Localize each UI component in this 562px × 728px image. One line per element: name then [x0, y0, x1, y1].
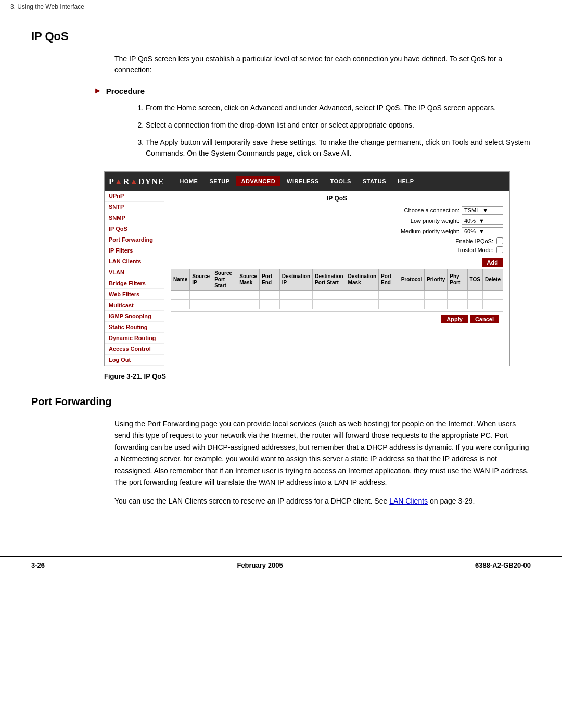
nav-tools[interactable]: TOOLS	[325, 176, 356, 186]
th-name: Name	[171, 269, 190, 291]
th-protocol: Protocol	[399, 269, 425, 291]
step-1: From the Home screen, click on Advanced …	[146, 103, 531, 114]
router-body: UPnP SNTP SNMP IP QoS Port Forwarding IP…	[105, 191, 509, 366]
section2-heading: Port Forwarding	[31, 396, 531, 408]
th-delete: Delete	[482, 269, 503, 291]
trusted-mode-checkbox[interactable]	[496, 246, 503, 253]
table-row	[171, 291, 503, 300]
enable-ipqos-row: Enable IPQoS:	[171, 237, 503, 244]
port-forwarding-text1: Using the Port Forwarding page you can p…	[114, 418, 531, 488]
th-priority: Priority	[425, 269, 448, 291]
sidebar-multicast[interactable]: Multicast	[105, 300, 164, 311]
step-3: The Apply button will temporarily save t…	[146, 137, 531, 159]
port-forwarding-text2: You can use the LAN Clients screen to re…	[114, 495, 531, 507]
data-table-wrap: Add Name SourceIP SourcePort Start Sourc…	[171, 258, 503, 309]
breadcrumb: 3. Using the Web Interface	[0, 0, 562, 14]
th-source-port-start: SourcePort Start	[212, 269, 237, 291]
nav-items: HOME SETUP ADVANCED WIRELESS TOOLS STATU…	[174, 176, 419, 186]
sidebar-ipqos[interactable]: IP QoS	[105, 223, 164, 234]
sidebar-upnp[interactable]: UPnP	[105, 191, 164, 202]
connection-select[interactable]: TSML ▼	[462, 206, 503, 215]
th-dest-ip: DestinationIP	[279, 269, 312, 291]
figure-caption: Figure 3-21. IP QoS	[104, 372, 531, 380]
bottom-buttons: Apply Cancel	[171, 311, 503, 327]
nav-wireless[interactable]: WIRELESS	[282, 176, 324, 186]
sidebar-lan-clients[interactable]: LAN Clients	[105, 256, 164, 267]
sidebar-dynamic-routing[interactable]: Dynamic Routing	[105, 333, 164, 344]
router-screenshot: P▲R▲DYNE HOME SETUP ADVANCED WIRELESS TO…	[104, 171, 510, 366]
th-dest-port-start: DestinationPort Start	[313, 269, 346, 291]
paradyne-logo: P▲R▲DYNE	[109, 176, 164, 187]
medium-priority-label: Medium priority weight:	[387, 228, 459, 234]
table-header-row: Name SourceIP SourcePort Start SourceMas…	[171, 269, 503, 291]
breadcrumb-text: 3. Using the Web Interface	[10, 3, 84, 10]
sidebar-access-control[interactable]: Access Control	[105, 344, 164, 355]
medium-priority-row: Medium priority weight: 60% ▼	[171, 227, 503, 235]
arrow-icon: ►	[94, 86, 102, 95]
sidebar-vlan[interactable]: VLAN	[105, 267, 164, 278]
nav-home[interactable]: HOME	[174, 176, 203, 186]
footer-right: 6388-A2-GB20-00	[475, 561, 531, 569]
intro-text: The IP QoS screen lets you establish a p…	[114, 54, 531, 76]
qos-table: Name SourceIP SourcePort Start SourceMas…	[171, 269, 503, 309]
connection-row: Choose a connection: TSML ▼	[171, 206, 503, 215]
sidebar-sntp[interactable]: SNTP	[105, 202, 164, 212]
router-navbar: P▲R▲DYNE HOME SETUP ADVANCED WIRELESS TO…	[105, 172, 509, 191]
connection-label: Choose a connection:	[387, 207, 459, 214]
th-tos: TOS	[467, 269, 482, 291]
th-source-port-end: Port End	[260, 269, 280, 291]
sidebar-port-forwarding[interactable]: Port Forwarding	[105, 234, 164, 245]
apply-button[interactable]: Apply	[441, 315, 468, 323]
nav-setup[interactable]: SETUP	[204, 176, 235, 186]
th-source-ip: SourceIP	[190, 269, 212, 291]
procedure-heading: ► Procedure	[94, 86, 531, 95]
trusted-mode-row: Trusted Mode:	[171, 246, 503, 253]
sidebar-static-routing[interactable]: Static Routing	[105, 322, 164, 333]
th-dest-port-end: Port End	[379, 269, 399, 291]
step-2: Select a connection from the drop-down l…	[146, 120, 531, 131]
sidebar-snmp[interactable]: SNMP	[105, 212, 164, 223]
nav-advanced[interactable]: ADVANCED	[236, 176, 281, 186]
enable-ipqos-checkbox[interactable]	[496, 237, 503, 244]
footer-center: February 2005	[237, 561, 283, 569]
add-button[interactable]: Add	[482, 258, 503, 267]
sidebar: UPnP SNTP SNMP IP QoS Port Forwarding IP…	[105, 191, 164, 366]
panel-content: IP QoS Choose a connection: TSML ▼ Low p…	[164, 191, 509, 366]
trusted-mode-label: Trusted Mode:	[420, 247, 493, 253]
low-priority-select[interactable]: 40% ▼	[462, 217, 503, 225]
nav-status[interactable]: STATUS	[357, 176, 391, 186]
table-row	[171, 300, 503, 309]
sidebar-web-filters[interactable]: Web Filters	[105, 289, 164, 300]
sidebar-logout[interactable]: Log Out	[105, 355, 164, 366]
th-phy-port: Phy Port	[448, 269, 467, 291]
cancel-button[interactable]: Cancel	[470, 315, 499, 323]
section1-heading: IP QoS	[31, 30, 531, 43]
th-dest-mask: DestinationMask	[346, 269, 378, 291]
lan-clients-link[interactable]: LAN Clients	[389, 497, 428, 505]
low-priority-row: Low priority weight: 40% ▼	[171, 217, 503, 225]
sidebar-igmp[interactable]: IGMP Snooping	[105, 311, 164, 322]
low-priority-label: Low priority weight:	[387, 218, 459, 224]
th-source-mask: SourceMask	[237, 269, 260, 291]
sidebar-bridge-filters[interactable]: Bridge Filters	[105, 278, 164, 289]
enable-ipqos-label: Enable IPQoS:	[420, 238, 493, 244]
nav-help[interactable]: HELP	[392, 176, 419, 186]
footer-left: 3-26	[31, 561, 45, 569]
sidebar-ip-filters[interactable]: IP Filters	[105, 245, 164, 256]
steps-list: From the Home screen, click on Advanced …	[146, 103, 531, 159]
panel-title: IP QoS	[171, 195, 503, 202]
footer: 3-26 February 2005 6388-A2-GB20-00	[0, 556, 562, 573]
medium-priority-select[interactable]: 60% ▼	[462, 227, 503, 235]
